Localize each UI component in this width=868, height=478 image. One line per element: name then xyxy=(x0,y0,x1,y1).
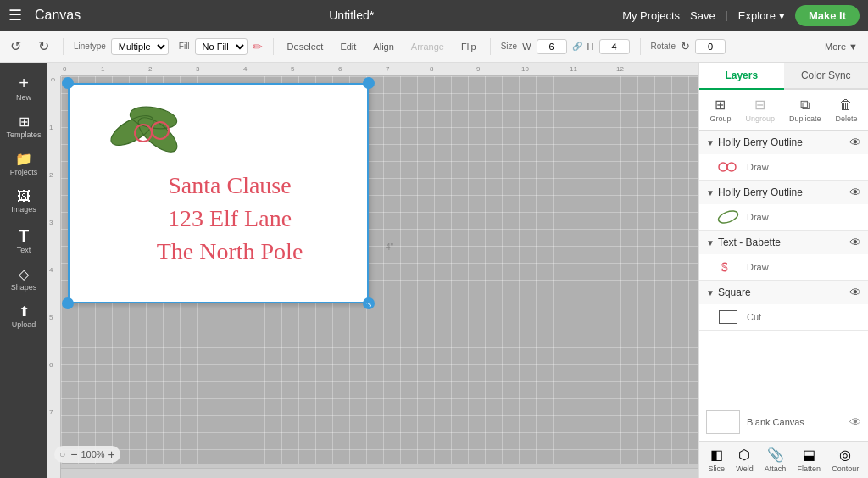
canvas-dimension-label: 4" xyxy=(386,242,393,252)
layer-item-text-label: Draw xyxy=(747,262,769,272)
sidebar-item-new[interactable]: + New xyxy=(3,69,45,107)
shapes-icon: ◇ xyxy=(19,268,29,281)
layer-group-square-header[interactable]: ▼ Square 👁 xyxy=(699,281,868,304)
ruler-mark-8: 8 xyxy=(430,65,433,73)
ruler-left-mark-5: 5 xyxy=(49,314,53,321)
selection-handle-tr[interactable] xyxy=(363,77,375,89)
layer-item-holly2-label: Draw xyxy=(747,212,769,222)
layer-preview-svg-3: S xyxy=(716,258,740,275)
svg-point-8 xyxy=(719,163,727,171)
zoom-circle-icon: ○ xyxy=(59,448,65,460)
layer-item-holly1-label: Draw xyxy=(747,162,769,172)
layer-group-text-header[interactable]: ▼ Text - Babette 👁 xyxy=(699,231,868,254)
slice-button[interactable]: ◧ Slice xyxy=(709,447,726,473)
duplicate-button[interactable]: ⧉ Duplicate xyxy=(784,96,826,125)
bottom-tools: ◧ Slice ⬡ Weld 📎 Attach ⬓ Flatten ◎ C xyxy=(699,441,868,478)
ruler-mark-7: 7 xyxy=(386,65,389,73)
rotate-input[interactable] xyxy=(695,39,726,54)
selection-handle-bl[interactable] xyxy=(62,297,74,309)
width-input[interactable] xyxy=(537,39,567,54)
layer-preview-holly2 xyxy=(716,208,740,225)
size-group: Size W 🔗 H xyxy=(501,39,630,54)
layer-group-holly2-name: Holly Berry Outline xyxy=(718,186,846,198)
linetype-select[interactable]: Multiple xyxy=(111,38,169,55)
explore-button[interactable]: Explore ▾ xyxy=(738,9,785,22)
ungroup-button[interactable]: ⊟ Ungroup xyxy=(740,95,780,125)
sidebar-item-images[interactable]: 🖼 Images xyxy=(3,185,45,219)
arrange-button[interactable]: Arrange xyxy=(408,40,448,53)
eye-hide-icon[interactable]: 👁 xyxy=(849,415,861,429)
my-projects-button[interactable]: My Projects xyxy=(622,9,680,22)
zoom-controls: ○ − 100% + xyxy=(54,446,120,463)
tab-layers[interactable]: Layers xyxy=(699,63,784,90)
ruler-left-mark-3: 3 xyxy=(49,219,53,226)
attach-button[interactable]: 📎 Attach xyxy=(765,447,787,473)
images-icon: 🖼 xyxy=(17,190,31,203)
sidebar-item-upload[interactable]: ⬆ Upload xyxy=(3,300,45,334)
zoom-out-button[interactable]: − xyxy=(70,447,77,461)
menu-icon[interactable]: ☰ xyxy=(8,6,22,25)
layer-item-holly1[interactable]: Draw xyxy=(699,154,868,180)
redo-button[interactable]: ↻ xyxy=(35,36,53,56)
text-icon: T xyxy=(19,227,29,244)
contour-button[interactable]: ◎ Contour xyxy=(832,447,859,473)
undo-button[interactable]: ↺ xyxy=(7,36,25,56)
sidebar-item-shapes[interactable]: ◇ Shapes xyxy=(3,263,45,297)
ruler-left-mark-1: 1 xyxy=(49,124,53,131)
sidebar-item-templates[interactable]: ⊞ Templates xyxy=(3,110,45,144)
ruler-top: 0 1 2 3 4 5 6 7 8 9 10 11 12 xyxy=(61,63,698,76)
svg-text:S: S xyxy=(721,261,728,274)
rotate-label: Rotate xyxy=(651,42,676,51)
fill-select[interactable]: No Fill xyxy=(195,38,248,55)
linetype-label: Linetype xyxy=(74,42,106,51)
selection-handle-br[interactable]: ⤡ xyxy=(363,297,375,309)
fill-label: Fill xyxy=(179,42,190,51)
sidebar-item-text[interactable]: T Text xyxy=(3,222,45,259)
blank-canvas-row: Blank Canvas 👁 xyxy=(699,403,868,441)
zoom-level: 100% xyxy=(81,449,104,459)
collapse-arrow-1: ▼ xyxy=(706,138,715,147)
visibility-toggle-3[interactable]: 👁 xyxy=(849,236,861,249)
delete-button[interactable]: 🗑 Delete xyxy=(830,96,862,125)
ruler-mark-11: 11 xyxy=(570,65,577,73)
layer-group-holly1-header[interactable]: ▼ Holly Berry Outline 👁 xyxy=(699,131,868,154)
templates-icon: ⊞ xyxy=(19,115,30,129)
ruler-mark-4: 4 xyxy=(243,65,247,73)
top-bar-right: My Projects Save | Explore ▾ Make It xyxy=(622,5,860,26)
align-button[interactable]: Align xyxy=(370,40,397,53)
blank-canvas-label: Blank Canvas xyxy=(747,417,843,427)
flatten-button[interactable]: ⬓ Flatten xyxy=(798,447,821,473)
visibility-toggle-2[interactable]: 👁 xyxy=(849,186,861,199)
more-button[interactable]: More ▼ xyxy=(821,40,861,53)
tab-color-sync[interactable]: Color Sync xyxy=(784,63,869,88)
sidebar-item-projects[interactable]: 📁 Projects xyxy=(3,147,45,181)
holly-berry-svg xyxy=(86,101,204,169)
app-logo: Canvas xyxy=(35,8,81,23)
zoom-in-button[interactable]: + xyxy=(108,447,115,461)
canvas-scroll[interactable]: 4" Santa xyxy=(61,76,698,464)
canvas-area[interactable]: 0 1 2 3 4 5 6 7 8 9 10 11 12 0 1 2 3 4 5… xyxy=(47,63,698,478)
divider: | xyxy=(726,9,728,21)
plus-icon: + xyxy=(19,75,29,92)
flip-button[interactable]: Flip xyxy=(458,40,480,53)
visibility-toggle-1[interactable]: 👁 xyxy=(849,136,861,149)
group-button[interactable]: ⊞ Group xyxy=(704,95,736,125)
ruler-left-mark-2: 2 xyxy=(49,171,53,179)
layer-item-square[interactable]: Cut xyxy=(699,304,868,330)
group-icon: ⊞ xyxy=(715,97,726,113)
visibility-toggle-4[interactable]: 👁 xyxy=(849,286,861,299)
layer-item-text[interactable]: S Draw xyxy=(699,254,868,280)
document-title: Untitled* xyxy=(89,8,614,22)
weld-button[interactable]: ⬡ Weld xyxy=(736,447,753,473)
height-input[interactable] xyxy=(599,39,630,54)
edit-button[interactable]: Edit xyxy=(337,40,359,53)
save-button[interactable]: Save xyxy=(690,9,715,22)
layer-group-holly2-header[interactable]: ▼ Holly Berry Outline 👁 xyxy=(699,181,868,204)
selection-handle-tl[interactable] xyxy=(62,77,74,89)
deselect-button[interactable]: Deselect xyxy=(284,40,327,53)
layer-group-text: ▼ Text - Babette 👁 S Draw xyxy=(699,231,868,281)
horizontal-scrollbar[interactable] xyxy=(61,468,698,478)
layer-item-holly2[interactable]: Draw xyxy=(699,204,868,230)
layer-preview-square xyxy=(716,308,740,325)
make-it-button[interactable]: Make It xyxy=(795,5,860,26)
